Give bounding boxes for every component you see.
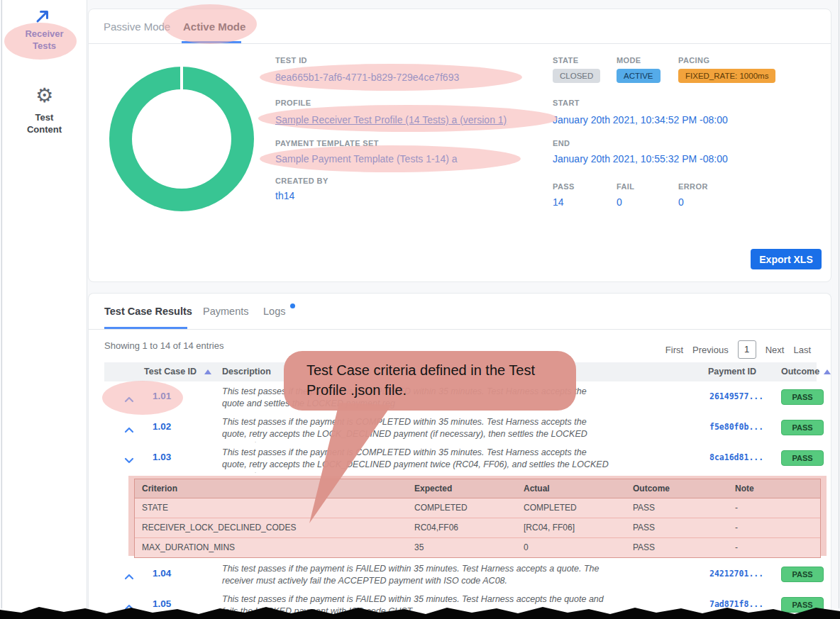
pacing-badge: FIXED_RATE: 1000ms (678, 69, 775, 83)
test-case-id-link[interactable]: 1.03 (153, 452, 171, 462)
actual-value: [RC04, FF06] (524, 523, 575, 532)
logs-notification-dot-icon (290, 303, 295, 308)
pagination-previous[interactable]: Previous (692, 345, 729, 355)
highlight-ellipse-test-case-101 (102, 381, 183, 415)
criteria-header-actual: Actual (524, 484, 550, 493)
outcome-pass-badge: PASS (781, 389, 824, 405)
test-case-id-link[interactable]: 1.04 (153, 568, 171, 579)
sort-asc-icon[interactable] (204, 369, 211, 374)
outcome-pass-badge: PASS (781, 420, 824, 435)
showing-entries-text: Showing 1 to 14 of 14 entries (104, 340, 223, 351)
pagination-first[interactable]: First (665, 345, 683, 355)
criteria-table: Criterion Expected Actual Outcome Note S… (134, 479, 821, 558)
tab-passive-mode[interactable]: Passive Mode (104, 21, 170, 33)
created-by-label: CREATED BY (275, 177, 328, 185)
criteria-header-row: Criterion Expected Actual Outcome Note (135, 479, 820, 498)
payment-id-link[interactable]: 24212701... (709, 569, 763, 579)
criteria-header-outcome: Outcome (633, 484, 670, 493)
tooltip-text: Test Case criteria defined in the Test P… (306, 360, 556, 401)
end-label: END (553, 139, 570, 147)
payment-id-link[interactable]: 8ca16d81... (709, 452, 763, 462)
start-label: START (553, 99, 580, 107)
test-case-description: This test passes if the payment is FAILE… (222, 563, 609, 586)
outcome-value: PASS (633, 523, 655, 532)
profile-label: PROFILE (275, 99, 311, 107)
pacing-label: PACING (678, 56, 709, 65)
criterion-value: MAX_DURATION_MINS (142, 542, 235, 552)
header-outcome[interactable]: Outcome (781, 367, 819, 377)
outcome-pass-badge: PASS (781, 567, 824, 582)
criterion-value: STATE (142, 503, 168, 513)
gear-icon: ⚙ (2, 84, 87, 107)
test-case-id-link[interactable]: 1.02 (153, 421, 171, 432)
highlight-ellipse-active-mode (163, 4, 257, 44)
tab-logs[interactable]: Logs (263, 306, 285, 317)
criteria-row: STATE COMPLETED COMPLETED PASS - (135, 498, 820, 518)
tooltip-bubble: Test Case criteria defined in the Test P… (284, 351, 576, 411)
header-test-case-id[interactable]: Test Case ID (144, 367, 197, 377)
donut-segment-gap (180, 67, 183, 90)
highlight-ellipse-profile (258, 105, 558, 132)
start-value: January 20th 2021, 10:34:52 PM -08:00 (553, 114, 728, 126)
results-tab-underline (104, 327, 187, 329)
expected-value: 35 (414, 542, 424, 552)
chevron-up-icon[interactable] (124, 423, 134, 436)
pass-count-value: 14 (553, 196, 564, 208)
page-right-edge (839, 0, 839, 608)
sidebar: Receiver Tests ⚙ Test Content (2, 0, 87, 619)
expanded-criteria-region: Criterion Expected Actual Outcome Note S… (104, 473, 817, 559)
criteria-highlight-overlay: Criterion Expected Actual Outcome Note S… (128, 476, 827, 556)
error-count-value: 0 (678, 196, 684, 208)
state-label: STATE (553, 56, 578, 65)
pagination: First Previous 1 Next Last (665, 340, 811, 359)
note-value: - (735, 523, 738, 532)
state-badge: CLOSED (553, 69, 600, 83)
fail-count-label: FAIL (617, 182, 634, 191)
torn-edge-bottom (0, 605, 840, 619)
table-row: 1.03 This test passes if the payment is … (104, 442, 817, 474)
table-row: 1.04 This test passes if the payment is … (104, 559, 817, 590)
mode-label: MODE (617, 56, 641, 65)
tab-test-case-results[interactable]: Test Case Results (104, 306, 192, 317)
mode-badge: ACTIVE (617, 69, 661, 83)
pass-count-label: PASS (553, 182, 575, 191)
payment-id-link[interactable]: 26149577... (709, 391, 763, 401)
pagination-last[interactable]: Last (793, 345, 811, 355)
header-payment-id[interactable]: Payment ID (708, 367, 756, 377)
test-id-label: TEST ID (275, 56, 307, 65)
criterion-value: RECEIVER_LOCK_DECLINED_CODES (142, 523, 296, 532)
results-tabbar: Test Case Results Payments Logs (89, 294, 831, 330)
sort-asc-icon[interactable] (824, 369, 831, 374)
actual-value: COMPLETED (524, 503, 577, 513)
export-xls-button[interactable]: Export XLS (751, 249, 822, 269)
error-count-label: ERROR (678, 182, 708, 191)
criteria-header-criterion: Criterion (142, 484, 177, 493)
pagination-next[interactable]: Next (766, 345, 785, 355)
sidebar-item-test-content-label: Test Content (2, 112, 87, 136)
created-by-value: th14 (275, 190, 294, 201)
fail-count-value: 0 (617, 196, 622, 208)
highlight-ellipse-test-id (260, 64, 522, 91)
payment-id-link[interactable]: f5e80f0b... (709, 422, 763, 432)
highlight-ellipse-receiver-tests (4, 23, 77, 60)
note-value: - (735, 503, 738, 513)
actual-value: 0 (524, 542, 529, 552)
outcome-value: PASS (633, 542, 655, 552)
highlight-ellipse-payment-template (260, 145, 521, 172)
tooltip-arrow (284, 397, 426, 535)
outcome-pass-badge: PASS (781, 450, 824, 466)
header-description[interactable]: Description (222, 367, 271, 377)
criteria-row: MAX_DURATION_MINS 35 0 PASS - (135, 538, 820, 557)
end-value: January 20th 2021, 10:55:32 PM -08:00 (553, 153, 728, 164)
test-results-card: Test Case Results Payments Logs Showing … (88, 293, 831, 619)
outcome-value: PASS (633, 503, 655, 513)
table-row: 1.02 This test passes if the payment is … (104, 412, 817, 443)
note-value: - (735, 542, 738, 552)
chevron-up-icon[interactable] (124, 570, 134, 583)
test-harness-app: { "sidebar": { "receiver_tests_label": "… (0, 0, 840, 619)
criteria-header-note: Note (735, 484, 754, 493)
pagination-current-page[interactable]: 1 (738, 340, 756, 359)
criteria-row: RECEIVER_LOCK_DECLINED_CODES RC04,FF06 [… (135, 518, 820, 538)
chevron-down-icon[interactable] (124, 454, 134, 467)
tab-payments[interactable]: Payments (203, 306, 248, 317)
